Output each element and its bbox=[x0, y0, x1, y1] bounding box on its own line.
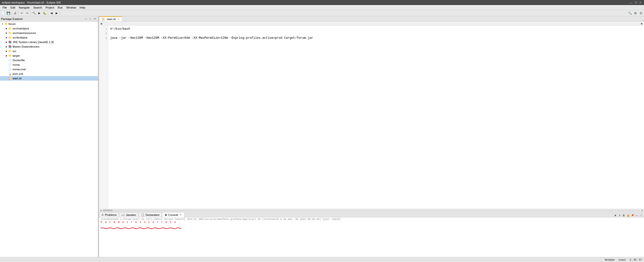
tree-item-src-test-java[interactable]: ▶ 📁 src/test/java bbox=[0, 35, 98, 40]
tree-item-mvnw[interactable]: ▶ 📄 mvnw bbox=[0, 62, 98, 67]
tree-toggle-jre[interactable]: ▶ bbox=[5, 41, 8, 44]
editor-top-bar: ◀ ▶ bbox=[99, 22, 644, 26]
tree-toggle-forum[interactable]: ▾ bbox=[1, 22, 4, 25]
line-num-3: 3 bbox=[100, 36, 107, 40]
tab-console-close[interactable]: ✕ bbox=[179, 213, 182, 216]
maximize-button[interactable]: ❐ bbox=[634, 1, 637, 4]
folder-icon: 📁 bbox=[4, 22, 8, 26]
tree-label-src-main-resources: src/main/resources bbox=[13, 31, 36, 35]
console-terminated-line: <terminated> L_forum_start.sh (37) [Shel… bbox=[101, 218, 642, 221]
status-position: 3 : 45 : 57 bbox=[630, 258, 642, 261]
tree-item-dockerfile[interactable]: ▶ 📄 Dockerfile bbox=[0, 58, 98, 62]
tree-item-pom-xml[interactable]: ▶ 🍃 pom.xml bbox=[0, 72, 98, 76]
toolbar-sep-1 bbox=[12, 11, 12, 15]
toolbar-debug[interactable]: 🐛 bbox=[42, 11, 47, 16]
tree-item-jre[interactable]: ▶ 📚 JRE System Library [JavaSE-1.8] bbox=[0, 40, 98, 44]
tree-label-start-sh: start.sh bbox=[13, 77, 22, 80]
menu-help[interactable]: Help bbox=[78, 6, 87, 9]
toolbar-undo[interactable]: ↩ bbox=[19, 11, 24, 16]
editor-tab-close[interactable]: ✕ bbox=[117, 18, 120, 21]
sidebar-minimize-btn[interactable]: — bbox=[84, 17, 88, 21]
tree-item-forum[interactable]: ▾ 📁 forum bbox=[0, 22, 98, 26]
console-squiggle bbox=[101, 225, 642, 230]
sidebar-maximize-btn[interactable]: □ bbox=[88, 17, 92, 21]
toolbar-search-icon[interactable]: 🔍 bbox=[627, 11, 632, 16]
tree-toggle-target[interactable]: ▶ bbox=[5, 54, 8, 57]
menu-search[interactable]: Search bbox=[32, 6, 44, 9]
folder-icon-src-main-java: 📁 bbox=[8, 26, 12, 30]
menu-window[interactable]: Window bbox=[65, 6, 77, 9]
tree-toggle-src-test-java[interactable]: ▶ bbox=[5, 36, 8, 39]
tab-declaration[interactable]: 📋 Declaration bbox=[139, 212, 162, 217]
toolbar-sep-5 bbox=[60, 11, 60, 15]
console-output-line: P a r â m e t r o i n c o r r e t o . bbox=[101, 221, 642, 224]
tree-item-src[interactable]: ▶ 📁 src bbox=[0, 49, 98, 53]
tree-item-maven-deps[interactable]: ▶ 📚 Maven Dependencies bbox=[0, 44, 98, 49]
tab-declaration-label: Declaration bbox=[145, 213, 159, 216]
console-minimize-btn[interactable]: — bbox=[635, 213, 639, 217]
menu-run[interactable]: Run bbox=[56, 6, 64, 9]
toolbar-forward[interactable]: ▶ bbox=[54, 11, 59, 16]
console-remove-btn[interactable]: ✕ bbox=[618, 213, 622, 217]
console-pin-btn[interactable]: 📌 bbox=[630, 213, 634, 217]
toolbar-build[interactable]: 🔨 bbox=[31, 11, 36, 16]
file-icon-start-sh: 📜 bbox=[8, 76, 12, 80]
toolbar-perspective[interactable]: ⊞ bbox=[633, 11, 638, 16]
library-icon-jre: 📚 bbox=[8, 40, 12, 44]
editor-tab-start-sh[interactable]: 📜 start.sh ✕ bbox=[99, 16, 122, 21]
console-clear-btn[interactable]: 🗑 bbox=[622, 213, 626, 217]
menu-project[interactable]: Project bbox=[44, 6, 56, 9]
tree-item-start-sh[interactable]: ▶ 📜 start.sh bbox=[0, 76, 98, 81]
tab-console[interactable]: 🖥 Console ✕ bbox=[162, 212, 184, 217]
bottom-tab-controls: ■ ✕ 🗑 🔒 📌 — □ bbox=[612, 213, 644, 217]
tree-item-src-main-resources[interactable]: ▶ 📁 src/main/resources bbox=[0, 31, 98, 35]
file-icon-mvnw-cmd: 📄 bbox=[8, 67, 12, 71]
sidebar-header-left: Package Explorer bbox=[1, 17, 23, 20]
right-panel: 📜 start.sh ✕ ◀ ▶ 1 2 3 #!/bin/bash java … bbox=[99, 16, 644, 257]
toolbar-print[interactable]: 🖨 bbox=[13, 11, 18, 16]
tab-javadoc-icon: 📖 bbox=[121, 213, 125, 216]
tab-file-icon: 📜 bbox=[101, 17, 105, 21]
toolbar-views[interactable]: ⊟ bbox=[638, 11, 643, 16]
tab-javadoc[interactable]: 📖 Javadoc bbox=[119, 212, 138, 217]
folder-icon-src: 📁 bbox=[8, 49, 12, 53]
menu-edit[interactable]: Edit bbox=[9, 6, 17, 9]
console-maximize-btn[interactable]: □ bbox=[639, 213, 643, 217]
editor-area: ◀ ▶ 1 2 3 #!/bin/bash java -jar -Xms128M… bbox=[99, 22, 644, 212]
console-scroll-lock-btn[interactable]: 🔒 bbox=[626, 213, 630, 217]
status-insert-mode: Insert bbox=[619, 258, 626, 261]
toolbar-new[interactable]: 📄 bbox=[1, 11, 6, 16]
toolbar-sep-4 bbox=[48, 11, 48, 15]
toolbar-redo[interactable]: ↪ bbox=[25, 11, 30, 16]
minimize-button[interactable]: — bbox=[629, 1, 633, 4]
toolbar-back[interactable]: ◀ bbox=[49, 11, 54, 16]
editor-scroll-right[interactable]: ▶ bbox=[641, 22, 643, 25]
tree-toggle-maven-deps[interactable]: ▶ bbox=[5, 45, 8, 48]
tree-toggle-src-main-resources[interactable]: ▶ bbox=[5, 31, 8, 35]
editor-scroll-left[interactable]: ◀ bbox=[100, 22, 102, 25]
close-button[interactable]: ✕ bbox=[638, 1, 642, 4]
tree-toggle-src[interactable]: ▶ bbox=[5, 50, 8, 53]
editor-content[interactable]: 1 2 3 #!/bin/bash java -jar -Xms128M -Xm… bbox=[99, 26, 644, 209]
sidebar-close-btn[interactable]: ✕ bbox=[93, 17, 97, 21]
tree-item-target[interactable]: ▶ 📁 target bbox=[0, 53, 98, 58]
menu-navigate[interactable]: Navigate bbox=[17, 6, 31, 9]
tree-toggle-src-main-java[interactable]: ▶ bbox=[5, 27, 8, 30]
toolbar: 📄 💾 🖨 ↩ ↪ 🔨 ▶ 🐛 ◀ ▶ 🔍 ⊞ ⊟ bbox=[0, 10, 644, 16]
tree-label-src-test-java: src/test/java bbox=[13, 36, 27, 39]
code-editor[interactable]: #!/bin/bash java -jar -Xms128M -Xmx128M … bbox=[108, 26, 644, 209]
toolbar-save[interactable]: 💾 bbox=[6, 11, 11, 16]
console-terminate-btn[interactable]: ■ bbox=[613, 213, 617, 217]
tree-item-mvnw-cmd[interactable]: ▶ 📄 mvnw.cmd bbox=[0, 67, 98, 72]
tree-item-src-main-java[interactable]: ▶ 📁 src/main/java bbox=[0, 26, 98, 31]
menu-file[interactable]: File bbox=[1, 6, 9, 9]
folder-icon-src-main-resources: 📁 bbox=[8, 31, 12, 35]
tab-javadoc-label: Javadoc bbox=[126, 213, 136, 216]
tab-problems[interactable]: ⚠ Problems bbox=[99, 212, 119, 217]
line-numbers: 1 2 3 bbox=[99, 26, 108, 209]
tree-label-jre: JRE System Library [JavaSE-1.8] bbox=[13, 41, 54, 44]
editor-horizontal-scrollbar[interactable]: ◀ ▶ bbox=[99, 209, 644, 212]
toolbar-run[interactable]: ▶ bbox=[37, 11, 42, 16]
tree-label-src-main-java: src/main/java bbox=[13, 27, 29, 30]
status-bar: Writable Insert 3 : 45 : 57 bbox=[0, 257, 644, 262]
